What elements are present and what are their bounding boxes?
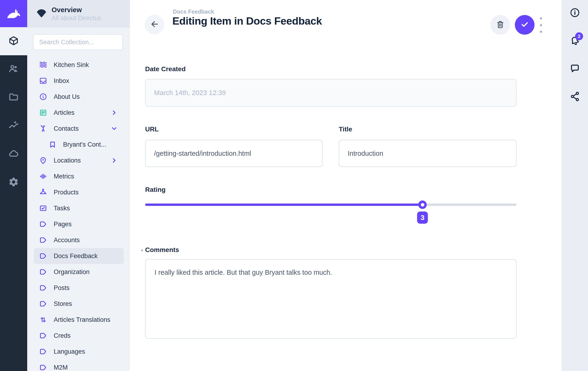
users-icon [8, 63, 19, 75]
settings-module-button[interactable] [0, 168, 27, 197]
sidebar-item-articles-translations[interactable]: Articles Translations [34, 312, 124, 328]
person-icon [39, 125, 47, 132]
folder-icon [8, 91, 19, 103]
sidebar-item-label: Kitchen Sink [54, 61, 89, 69]
sidebar-item-kitchen-sink[interactable]: Kitchen Sink [34, 57, 124, 73]
sidebar-item-metrics[interactable]: Metrics [34, 168, 124, 184]
insights-module-button[interactable] [0, 111, 27, 140]
date-created-input[interactable] [145, 79, 516, 107]
label-icon [39, 284, 47, 292]
sidebar-item-contacts[interactable]: Contacts [34, 121, 124, 137]
sidebar-item-pages[interactable]: Pages [34, 216, 124, 232]
article-icon [39, 109, 47, 117]
info-icon [39, 93, 47, 101]
save-button[interactable] [515, 15, 535, 35]
insights-icon [8, 120, 19, 132]
sidebar-item-organization[interactable]: Organization [34, 264, 124, 280]
sidebar-item-docs-feedback[interactable]: Docs Feedback [34, 248, 124, 264]
label-icon [39, 300, 47, 308]
url-label: URL [145, 126, 159, 133]
comments-label: Comments [145, 246, 179, 254]
rating-label: Rating [145, 186, 166, 193]
waves-icon [39, 61, 47, 69]
cloud-module-button[interactable] [0, 140, 27, 168]
sidebar-item-bryant-s-cont[interactable]: Bryant's Cont... [34, 137, 124, 152]
sidebar-item-stores[interactable]: Stores [34, 296, 124, 312]
module-bar [0, 0, 27, 371]
label-icon [39, 332, 47, 340]
collection-search-input[interactable] [33, 35, 122, 50]
sidebar-item-label: Bryant's Cont... [63, 141, 106, 148]
sidebar-item-label: Pages [54, 221, 72, 228]
title-input[interactable] [339, 140, 516, 167]
rating-slider-track[interactable]: 3 [145, 203, 516, 206]
sidebar-item-label: Products [54, 189, 79, 196]
rating-value-bubble: 3 [417, 211, 428, 224]
info-circle-icon [569, 7, 580, 19]
notifications-button[interactable]: 2 [562, 30, 588, 52]
sidebar-item-label: Articles [54, 109, 74, 116]
content-module-button[interactable] [0, 27, 27, 55]
sidebar-item-products[interactable]: Products [34, 184, 124, 200]
chevron-right-icon[interactable] [111, 157, 118, 164]
bookmark-icon [49, 140, 56, 149]
share-icon [569, 91, 580, 103]
comments-panel-button[interactable] [562, 58, 588, 80]
title-label: Title [339, 126, 352, 133]
sidebar-item-label: Contacts [54, 125, 79, 132]
project-header[interactable]: Overview All about Directus [27, 0, 130, 28]
chevron-right-icon[interactable] [111, 109, 118, 116]
dot [540, 31, 542, 33]
sidebar-item-articles[interactable]: Articles [34, 105, 124, 121]
sidebar-item-m2m[interactable]: M2M [34, 360, 124, 371]
back-button[interactable] [145, 15, 164, 34]
more-options-button[interactable] [539, 17, 543, 33]
gear-icon [8, 177, 19, 188]
comments-textarea[interactable]: I really liked this article. But that gu… [145, 259, 516, 339]
sidebar-item-accounts[interactable]: Accounts [34, 232, 124, 248]
page-title: Editing Item in Docs Feedback [172, 15, 322, 27]
chevron-down-icon[interactable] [111, 125, 118, 132]
sidebar-item-label: Articles Translations [54, 316, 110, 323]
sidebar-item-creds[interactable]: Creds [34, 328, 124, 344]
dot [540, 17, 542, 20]
sidebar-item-label: Languages [54, 348, 85, 355]
trash-icon [496, 20, 505, 30]
rating-slider-fill [145, 203, 422, 206]
sidebar-item-posts[interactable]: Posts [34, 280, 124, 296]
sidebar-item-languages[interactable]: Languages [34, 344, 124, 360]
sidebar-item-tasks[interactable]: Tasks [34, 200, 124, 216]
dot [540, 24, 542, 26]
sidebar-item-label: Stores [54, 300, 72, 308]
rating-slider-handle[interactable] [418, 201, 427, 209]
date-created-label: Date Created [145, 65, 186, 73]
inbox-icon [39, 77, 47, 85]
swap-icon [39, 316, 47, 324]
item-info-button[interactable] [562, 2, 588, 24]
label-icon [39, 268, 47, 276]
right-toolbar: 2 [562, 0, 588, 371]
files-module-button[interactable] [0, 83, 27, 111]
pin-icon [39, 156, 47, 164]
sidebar-item-about-us[interactable]: About Us [34, 89, 124, 105]
url-input[interactable] [145, 140, 323, 167]
delete-button[interactable] [491, 15, 510, 35]
notification-badge: 2 [575, 32, 583, 40]
cube-icon [8, 35, 19, 47]
rabbit-logo-icon [5, 4, 22, 23]
label-icon [39, 348, 47, 356]
label-icon [39, 236, 47, 244]
users-module-button[interactable] [0, 55, 27, 83]
sidebar-item-label: M2M [54, 364, 68, 371]
sidebar-item-inbox[interactable]: Inbox [34, 73, 124, 89]
equalizer-icon [39, 172, 47, 180]
project-wedge-icon [36, 9, 47, 19]
comment-icon [569, 63, 580, 75]
project-subtitle: All about Directus [52, 15, 101, 22]
share-button[interactable] [562, 86, 588, 108]
label-icon [39, 363, 47, 371]
sidebar-item-locations[interactable]: Locations [34, 152, 124, 168]
sidebar-item-label: Locations [54, 157, 81, 164]
directus-logo[interactable] [0, 0, 27, 27]
breadcrumb[interactable]: Docs Feedback [173, 9, 214, 15]
